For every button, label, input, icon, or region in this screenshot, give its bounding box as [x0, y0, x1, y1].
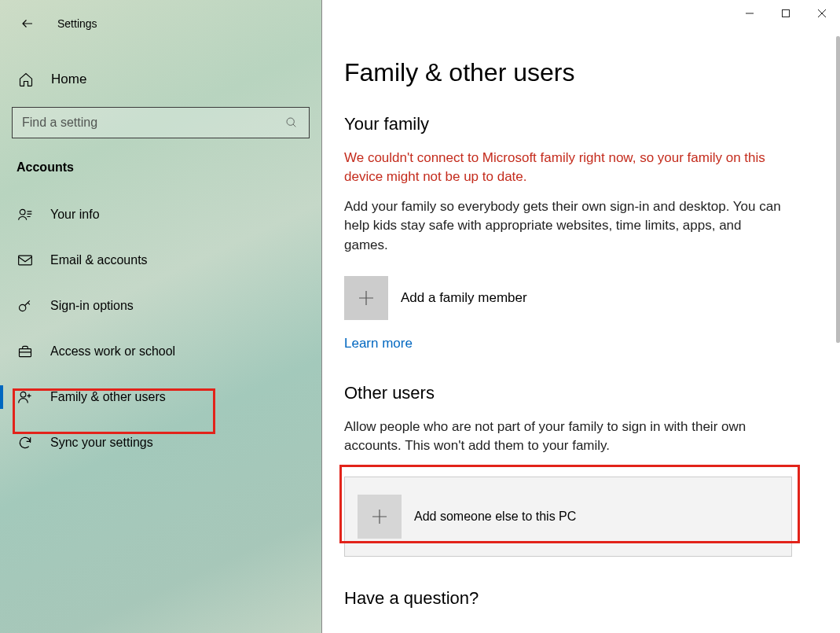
- svg-rect-4: [20, 349, 31, 357]
- maximize-icon: [781, 9, 790, 18]
- close-icon: [817, 9, 827, 18]
- svg-rect-6: [783, 10, 790, 17]
- close-button[interactable]: [804, 0, 840, 27]
- nav-label: Email & accounts: [50, 253, 148, 267]
- family-desc-text: Add your family so everybody gets their …: [344, 197, 784, 256]
- add-someone-label: Add someone else to this PC: [414, 510, 576, 524]
- section-your-family: Your family: [344, 114, 816, 134]
- sync-icon: [17, 435, 35, 451]
- maximize-button[interactable]: [768, 0, 804, 27]
- nav-label: Access work or school: [50, 344, 175, 359]
- section-other-users: Other users: [344, 383, 816, 403]
- family-error-text: We couldn't connect to Microsoft family …: [344, 149, 784, 186]
- nav-item-access-work-school[interactable]: Access work or school: [0, 329, 321, 374]
- svg-point-0: [287, 118, 294, 125]
- svg-point-1: [20, 209, 25, 215]
- home-button[interactable]: Home: [12, 61, 310, 98]
- minimize-icon: [745, 9, 754, 18]
- key-icon: [17, 298, 35, 314]
- add-someone-else-button[interactable]: Add someone else to this PC: [344, 477, 792, 557]
- window-controls: [322, 0, 840, 27]
- mail-icon: [17, 252, 35, 268]
- page-title: Family & other users: [344, 58, 816, 87]
- svg-point-5: [20, 392, 26, 397]
- other-desc-text: Allow people who are not part of your fa…: [344, 418, 784, 456]
- search-input[interactable]: [22, 116, 285, 130]
- back-button[interactable]: [12, 17, 43, 31]
- plus-icon: [344, 276, 388, 320]
- learn-more-link[interactable]: Learn more: [344, 336, 413, 351]
- svg-rect-2: [19, 256, 32, 265]
- nav-label: Your info: [50, 208, 100, 222]
- scrollbar-thumb[interactable]: [836, 36, 840, 343]
- add-family-member-button[interactable]: Add a family member: [344, 276, 816, 320]
- home-icon: [18, 72, 37, 87]
- category-title: Accounts: [17, 160, 310, 175]
- main-pane: Family & other users Your family We coul…: [322, 0, 840, 633]
- arrow-left-icon: [20, 17, 35, 31]
- nav-item-email-accounts[interactable]: Email & accounts: [0, 237, 321, 283]
- titlebar-left: Settings: [12, 8, 310, 39]
- person-add-icon: [17, 389, 35, 405]
- briefcase-icon: [17, 344, 35, 359]
- section-have-question: Have a question?: [344, 588, 816, 609]
- nav-item-sync-settings[interactable]: Sync your settings: [0, 420, 321, 466]
- sidebar: Settings Home Accounts Your info Email &…: [0, 0, 322, 633]
- person-card-icon: [17, 207, 35, 223]
- plus-icon: [358, 495, 402, 539]
- nav-item-family-other-users[interactable]: Family & other users: [0, 374, 321, 420]
- nav-item-signin-options[interactable]: Sign-in options: [0, 283, 321, 329]
- nav-label: Sign-in options: [50, 299, 134, 313]
- nav-label: Family & other users: [50, 390, 166, 404]
- app-title: Settings: [57, 17, 97, 30]
- minimize-button[interactable]: [732, 0, 768, 27]
- content-area: Family & other users Your family We coul…: [322, 27, 840, 633]
- add-family-label: Add a family member: [401, 290, 527, 306]
- search-icon: [285, 116, 299, 129]
- nav-label: Sync your settings: [50, 436, 153, 450]
- nav-list: Your info Email & accounts Sign-in optio…: [0, 192, 321, 466]
- search-box[interactable]: [12, 107, 310, 138]
- home-label: Home: [51, 72, 86, 87]
- nav-item-your-info[interactable]: Your info: [0, 192, 321, 237]
